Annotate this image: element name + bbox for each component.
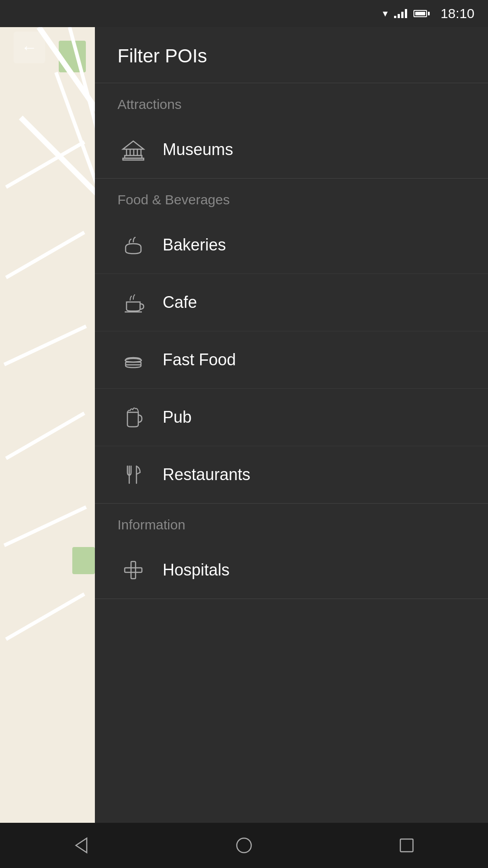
road bbox=[4, 505, 87, 547]
nav-back-icon bbox=[71, 835, 91, 855]
map-panel bbox=[0, 27, 95, 832]
wifi-icon: ▾ bbox=[383, 8, 388, 19]
svg-point-16 bbox=[237, 838, 251, 853]
restaurant-svg bbox=[121, 462, 145, 487]
svg-rect-17 bbox=[400, 839, 413, 852]
section-attractions: Attractions Museums bbox=[95, 83, 488, 179]
section-header-information: Information bbox=[95, 504, 488, 542]
road bbox=[4, 325, 87, 366]
section-title-attractions: Attractions bbox=[117, 97, 182, 112]
section-information: Information Hospitals bbox=[95, 504, 488, 599]
section-title-information: Information bbox=[117, 517, 185, 532]
fast-food-label: Fast Food bbox=[163, 350, 236, 369]
drawer-title: Filter POIs bbox=[117, 45, 207, 66]
road bbox=[5, 141, 85, 189]
status-time: 18:10 bbox=[441, 6, 474, 21]
menu-item-restaurants[interactable]: Restaurants bbox=[95, 446, 488, 503]
museum-icon bbox=[117, 134, 149, 165]
road bbox=[5, 593, 85, 641]
svg-marker-15 bbox=[76, 838, 87, 853]
pub-svg bbox=[121, 405, 145, 429]
nav-recents-button[interactable] bbox=[384, 832, 429, 859]
restaurants-label: Restaurants bbox=[163, 465, 250, 484]
cafe-icon bbox=[117, 287, 149, 318]
museums-label: Museums bbox=[163, 140, 233, 159]
section-food-beverages: Food & Beverages Bakeries bbox=[95, 179, 488, 504]
pub-label: Pub bbox=[163, 408, 192, 427]
cafe-svg bbox=[121, 290, 145, 315]
hospitals-label: Hospitals bbox=[163, 561, 230, 580]
bottom-nav-bar bbox=[0, 823, 488, 868]
road bbox=[54, 72, 95, 371]
section-title-food: Food & Beverages bbox=[117, 192, 230, 207]
section-header-food: Food & Beverages bbox=[95, 179, 488, 217]
drawer-panel: Filter POIs Attractions Mus bbox=[95, 27, 488, 832]
fast-food-icon bbox=[117, 344, 149, 376]
svg-rect-1 bbox=[123, 158, 144, 160]
cafe-label: Cafe bbox=[163, 293, 197, 312]
signal-icon bbox=[394, 9, 407, 18]
svg-rect-13 bbox=[131, 561, 136, 579]
park-area-2 bbox=[72, 547, 95, 574]
menu-item-fast-food[interactable]: Fast Food bbox=[95, 331, 488, 389]
nav-home-button[interactable] bbox=[221, 832, 267, 859]
back-arrow-icon: ← bbox=[21, 39, 38, 56]
hospital-svg bbox=[121, 558, 145, 582]
restaurant-icon bbox=[117, 459, 149, 491]
museum-svg bbox=[121, 137, 145, 162]
drawer-header: Filter POIs bbox=[95, 27, 488, 83]
svg-marker-7 bbox=[123, 141, 144, 149]
status-icons: ▾ 18:10 bbox=[383, 6, 474, 21]
nav-back-button[interactable] bbox=[59, 832, 104, 859]
battery-icon bbox=[413, 10, 430, 17]
fast-food-svg bbox=[121, 348, 145, 372]
menu-item-cafe[interactable]: Cafe bbox=[95, 274, 488, 331]
map-background bbox=[0, 27, 95, 832]
menu-item-hospitals[interactable]: Hospitals bbox=[95, 542, 488, 599]
menu-item-pub[interactable]: Pub bbox=[95, 389, 488, 446]
road bbox=[5, 412, 85, 460]
section-header-attractions: Attractions bbox=[95, 83, 488, 121]
status-bar: ▾ 18:10 bbox=[0, 0, 488, 27]
svg-rect-14 bbox=[125, 568, 142, 572]
menu-item-museums[interactable]: Museums bbox=[95, 121, 488, 178]
road bbox=[5, 231, 85, 279]
bakeries-label: Bakeries bbox=[163, 236, 226, 255]
back-button[interactable]: ← bbox=[14, 32, 45, 63]
nav-recents-icon bbox=[397, 835, 417, 855]
menu-item-bakeries[interactable]: Bakeries bbox=[95, 217, 488, 274]
bakery-svg bbox=[121, 233, 145, 257]
pub-icon bbox=[117, 401, 149, 433]
bakery-icon bbox=[117, 229, 149, 261]
nav-home-icon bbox=[234, 835, 254, 855]
hospital-icon bbox=[117, 554, 149, 586]
svg-rect-10 bbox=[126, 362, 141, 365]
back-button-area: ← bbox=[0, 27, 95, 68]
